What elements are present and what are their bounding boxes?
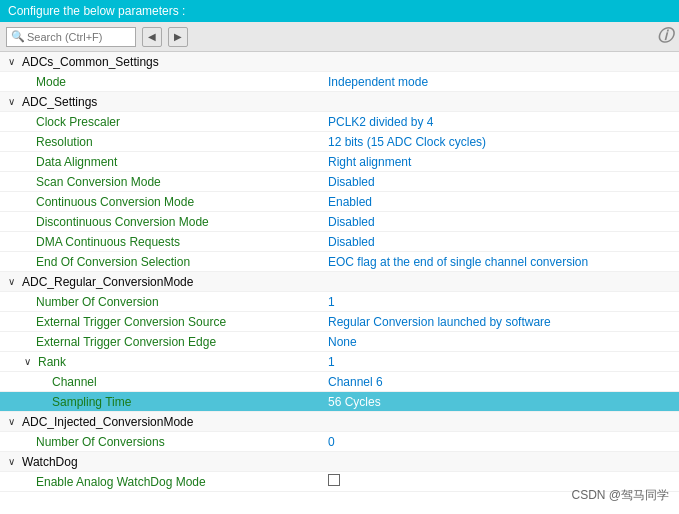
tree-row[interactable]: ∨ADC_Regular_ConversionMode bbox=[0, 272, 679, 292]
row-label: Number Of Conversion bbox=[36, 295, 159, 309]
configure-label: Configure the below parameters : bbox=[8, 4, 185, 18]
row-value: Regular Conversion launched by software bbox=[324, 315, 675, 329]
tree-row[interactable]: External Trigger Conversion EdgeNone bbox=[0, 332, 679, 352]
tree-row[interactable]: Data AlignmentRight alignment bbox=[0, 152, 679, 172]
row-label: Number Of Conversions bbox=[36, 435, 165, 449]
tree-row[interactable]: ∨ADCs_Common_Settings bbox=[0, 52, 679, 72]
search-icon: 🔍 bbox=[11, 30, 25, 43]
checkbox-icon[interactable] bbox=[328, 474, 340, 486]
row-value: Channel 6 bbox=[324, 375, 675, 389]
tree-row[interactable]: ∨WatchDog bbox=[0, 452, 679, 472]
expand-icon[interactable]: ∨ bbox=[8, 456, 20, 467]
row-value: Independent mode bbox=[324, 75, 675, 89]
tree-row[interactable]: Discontinuous Conversion ModeDisabled bbox=[0, 212, 679, 232]
tree-row[interactable]: ∨ADC_Injected_ConversionMode bbox=[0, 412, 679, 432]
expand-icon[interactable]: ∨ bbox=[8, 56, 20, 67]
next-button[interactable]: ▶ bbox=[168, 27, 188, 47]
tree-row[interactable]: Scan Conversion ModeDisabled bbox=[0, 172, 679, 192]
row-label: End Of Conversion Selection bbox=[36, 255, 190, 269]
tree-row[interactable]: Resolution12 bits (15 ADC Clock cycles) bbox=[0, 132, 679, 152]
row-value: 12 bits (15 ADC Clock cycles) bbox=[324, 135, 675, 149]
tree-row[interactable]: ∨ADC_Settings bbox=[0, 92, 679, 112]
row-label: Resolution bbox=[36, 135, 93, 149]
tree-row[interactable]: ModeIndependent mode bbox=[0, 72, 679, 92]
search-box[interactable]: 🔍 bbox=[6, 27, 136, 47]
tree-row[interactable]: ChannelChannel 6 bbox=[0, 372, 679, 392]
toolbar: 🔍 ◀ ▶ ⓘ bbox=[0, 22, 679, 52]
tree-row[interactable]: Continuous Conversion ModeEnabled bbox=[0, 192, 679, 212]
row-value: Enabled bbox=[324, 195, 675, 209]
expand-icon[interactable]: ∨ bbox=[8, 276, 20, 287]
row-value: EOC flag at the end of single channel co… bbox=[324, 255, 675, 269]
tree-row[interactable]: Enable Analog WatchDog Mode bbox=[0, 472, 679, 492]
prev-button[interactable]: ◀ bbox=[142, 27, 162, 47]
row-label: ADC_Settings bbox=[22, 95, 97, 109]
tree-row[interactable]: Number Of Conversion1 bbox=[0, 292, 679, 312]
row-label: Sampling Time bbox=[52, 395, 131, 409]
row-label: Mode bbox=[36, 75, 66, 89]
tree-row[interactable]: External Trigger Conversion SourceRegula… bbox=[0, 312, 679, 332]
row-label: DMA Continuous Requests bbox=[36, 235, 180, 249]
info-button[interactable]: ⓘ bbox=[657, 26, 673, 47]
tree-container: ∨ADCs_Common_SettingsModeIndependent mod… bbox=[0, 52, 679, 514]
top-bar: Configure the below parameters : bbox=[0, 0, 679, 22]
row-value: 56 Cycles bbox=[324, 395, 675, 409]
tree-row[interactable]: Number Of Conversions0 bbox=[0, 432, 679, 452]
tree-row[interactable]: ∨Rank1 bbox=[0, 352, 679, 372]
row-label: ADC_Injected_ConversionMode bbox=[22, 415, 193, 429]
row-value: 1 bbox=[324, 355, 675, 369]
row-value: None bbox=[324, 335, 675, 349]
row-value-checkbox[interactable] bbox=[324, 474, 675, 489]
row-label: Enable Analog WatchDog Mode bbox=[36, 475, 206, 489]
tree-row[interactable]: End Of Conversion SelectionEOC flag at t… bbox=[0, 252, 679, 272]
row-label: Channel bbox=[52, 375, 97, 389]
row-value: Disabled bbox=[324, 175, 675, 189]
tree-row[interactable]: Sampling Time56 Cycles bbox=[0, 392, 679, 412]
row-label: External Trigger Conversion Source bbox=[36, 315, 226, 329]
row-value: Disabled bbox=[324, 215, 675, 229]
row-label: ADC_Regular_ConversionMode bbox=[22, 275, 193, 289]
row-value: 0 bbox=[324, 435, 675, 449]
row-label: Data Alignment bbox=[36, 155, 117, 169]
row-label: Rank bbox=[38, 355, 66, 369]
row-label: Scan Conversion Mode bbox=[36, 175, 161, 189]
row-label: ADCs_Common_Settings bbox=[22, 55, 159, 69]
row-label: Discontinuous Conversion Mode bbox=[36, 215, 209, 229]
expand-icon[interactable]: ∨ bbox=[24, 356, 36, 367]
row-value: Right alignment bbox=[324, 155, 675, 169]
row-value: Disabled bbox=[324, 235, 675, 249]
row-label: WatchDog bbox=[22, 455, 78, 469]
search-input[interactable] bbox=[27, 31, 127, 43]
expand-icon[interactable]: ∨ bbox=[8, 96, 20, 107]
row-label: Continuous Conversion Mode bbox=[36, 195, 194, 209]
row-value: 1 bbox=[324, 295, 675, 309]
expand-icon[interactable]: ∨ bbox=[8, 416, 20, 427]
tree-row[interactable]: Clock PrescalerPCLK2 divided by 4 bbox=[0, 112, 679, 132]
tree-row[interactable]: DMA Continuous RequestsDisabled bbox=[0, 232, 679, 252]
row-label: External Trigger Conversion Edge bbox=[36, 335, 216, 349]
row-label: Clock Prescaler bbox=[36, 115, 120, 129]
row-value: PCLK2 divided by 4 bbox=[324, 115, 675, 129]
